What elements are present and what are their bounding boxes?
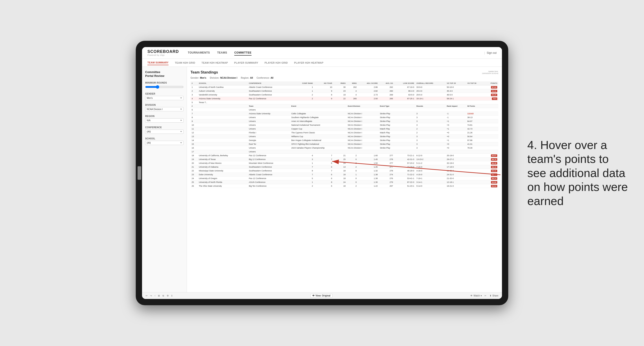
cell-school: Vanderbilt University [198,93,248,97]
view-label: View: Original [316,295,330,297]
sign-out-button[interactable]: Sign out [487,51,496,54]
cell-points[interactable]: 90.20 [484,93,498,97]
cell-wins: 4 [347,93,358,97]
gender-select[interactable]: Men's [145,96,184,100]
fullscreen-button[interactable]: ⊞ [158,295,160,297]
division-select[interactable]: NCAA Division I [145,107,184,111]
conference-select[interactable]: (All) [145,130,184,134]
points-badge: 90.20 [491,94,497,96]
points-badge: 88.49 [491,162,497,165]
cell-points[interactable]: 93.31 [484,89,498,93]
cell-tours: 8 [314,93,334,97]
region-select[interactable]: N/A [145,118,184,123]
subnav-team-h2h-grid[interactable]: TEAM H2H GRID [175,60,195,65]
nav-committee[interactable]: COMMITTEE [234,50,252,56]
table-row: 5 Texas T... [190,101,498,104]
cell-rnds: 22 [333,97,347,101]
cell-low: 67-10-0 [394,85,415,89]
exp-row-7: 7 Arizona State University Celtic Colleg… [190,112,498,116]
subnav-player-h2h-grid[interactable]: PLAYER H2H GRID [264,60,288,65]
cell-tours: 10 [314,85,334,89]
subnav-team-h2h-heatmap[interactable]: TEAM H2H HEATMAP [202,60,228,65]
cell-school: Arizona State University [198,97,248,101]
cell-confrank: 1 [290,89,314,93]
table-row: 22 Mississippi State University Southeas… [190,169,498,173]
division-label: Division [145,104,184,106]
info-button[interactable]: ℹ [172,295,172,297]
cell-overall: 29-4-0 [415,89,446,93]
th-overall: Overall Record [415,81,446,85]
cell-adj: 2.82 [358,89,379,93]
prev-button[interactable]: ‹ [154,295,155,297]
annotation-container: 4. Hover over a team's points to see add… [527,138,630,208]
cell-low: 63-5-0 [394,93,415,97]
settings-button[interactable]: ⚙ [167,295,169,297]
filter-conference-label: Conference: [256,77,270,79]
points-badge: 87.03 [491,86,497,89]
nav-teams[interactable]: TEAMS [217,50,227,56]
copy-button[interactable]: ⧉ [162,295,164,297]
table-header: # School Conference Conf Rank No Tour Rn… [190,81,498,85]
exp-row-12: 12 Florida I The Cypress Point Classic N… [190,131,498,135]
logo-text: SCOREBOARD [148,49,179,54]
sidebar-division: Division NCAA Division I [145,104,184,111]
sidebar-gender: Gender Men's [145,93,184,100]
th-vs25: Vs Top 25 [446,81,466,85]
min-rounds-slider-container [145,85,184,89]
points-badge: 83.07 [491,154,497,157]
cell-adj: 2.73 [358,93,379,97]
watch-button[interactable]: 👁 Watch ▾ [470,295,482,297]
th-rank: # [190,81,198,85]
min-rounds-label: Minimum Rounds [145,82,184,84]
filter-gender-value: Men's [200,77,206,79]
table-row: 3 Vanderbilt University Southeastern Con… [190,93,498,97]
table-row: 2 Auburn University Southeastern Confere… [190,89,498,93]
cell-adj: 2.50 [358,97,379,101]
cell-points[interactable]: 87.03 [484,85,498,89]
tablet-side-button[interactable] [138,166,141,180]
cell-rnds: 23 [333,89,347,93]
th-avg-sg: Avg. SG [379,81,394,85]
filter-region-label: Region: [241,77,249,79]
cell-tours: 9 [314,89,334,93]
cell-conf: Pac-12 Conference [248,97,290,101]
cell-vs25: 50-10-0 [446,85,466,89]
exp-row-10: 10 Univers National Invitational Tournam… [190,123,498,127]
standings-title: Team Standings [190,70,218,74]
page-header: Team Standings Update time:13/03/2024 10… [190,70,498,74]
subnav-player-h2h-heatmap[interactable]: PLAYER H2H HEATMAP [294,60,324,65]
subnav-player-summary[interactable]: PLAYER SUMMARY [234,60,258,65]
cell-conf: Southeastern Conference [248,93,290,97]
points-badge-highlighted: 79.5 [492,97,497,100]
cell-points[interactable]: 79.5 [484,97,498,101]
table-header-row: # School Conference Conf Rank No Tour Rn… [190,81,498,85]
cell-rank: 4 [190,97,198,101]
cell-confrank: 2 [290,97,314,101]
cell-adj: 2.86 [358,85,379,89]
filter-region-value: All [250,77,253,79]
th-vs50: Vs Top 50 [466,81,484,85]
cell-wins: 4 [347,89,358,93]
nav-tournaments[interactable]: TOURNAMENTS [188,50,210,56]
table-row-highlighted: 4 Arizona State University Pac-12 Confer… [190,97,498,101]
logo-area: SCOREBOARD Powered by clipp [148,49,179,56]
filter-conference: Conference: All [256,77,273,79]
school-select[interactable]: (All) [145,141,184,145]
undo-button[interactable]: ↩ [146,295,148,297]
min-rounds-slider[interactable] [145,85,184,89]
redo-button[interactable]: ↪ [150,295,152,297]
th-rnds: Rnds [333,81,347,85]
share-button[interactable]: ⬆ Share [490,295,498,297]
watch-label: Watch [474,295,480,297]
exp-division-col: Event Division [347,104,379,108]
subnav-team-summary[interactable]: TEAM SUMMARY [148,60,168,65]
exp-rounds-col: Rounds [415,104,446,108]
view-original-button[interactable]: 👁 View: Original [310,294,332,298]
cell-vs25: 35-4-0 [446,89,466,93]
cell-avgsg: 262 [379,85,394,89]
clip-button[interactable]: ✂ [484,295,487,297]
exp-impact-col: Rank Impact [446,104,466,108]
exp-row-16: 16 Univers 2023 Sahalee Players Champion… [190,146,498,150]
points-badge: 88.43 [491,166,497,168]
cell-vs50 [466,97,484,101]
